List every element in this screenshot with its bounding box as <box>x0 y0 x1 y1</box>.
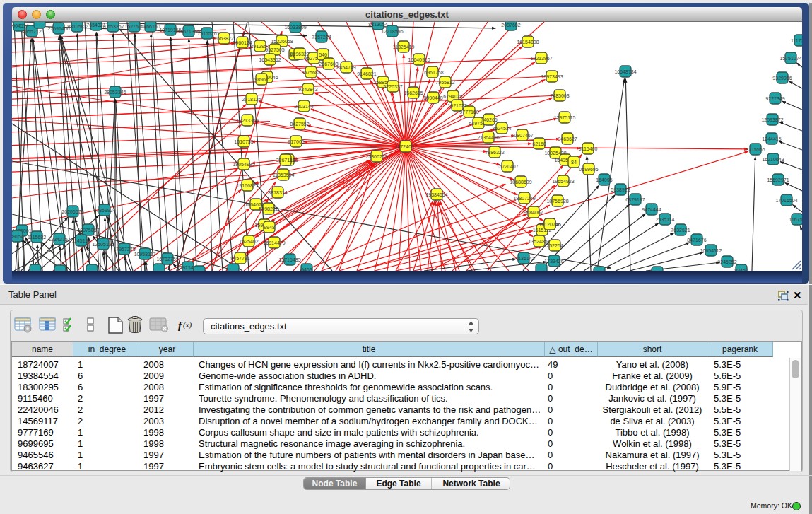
svg-text:10653267: 10653267 <box>102 24 124 29</box>
svg-text:6794028: 6794028 <box>443 94 462 99</box>
svg-text:f: f <box>178 320 183 331</box>
svg-text:19166827: 19166827 <box>236 183 258 188</box>
svg-text:252254: 252254 <box>546 243 563 248</box>
svg-text:28053346: 28053346 <box>104 90 126 95</box>
svg-text:14136141: 14136141 <box>512 256 534 261</box>
svg-text:16782759: 16782759 <box>156 257 178 262</box>
svg-text:4055712: 4055712 <box>22 29 41 34</box>
svg-text:9457791: 9457791 <box>230 256 249 261</box>
svg-text:7625402: 7625402 <box>239 239 258 244</box>
svg-text:9115460: 9115460 <box>579 146 598 151</box>
svg-text:6466160: 6466160 <box>141 24 160 29</box>
svg-text:12975115: 12975115 <box>554 115 576 120</box>
svg-text:9527505: 9527505 <box>265 47 284 52</box>
svg-text:7485003: 7485003 <box>550 93 569 98</box>
svg-text:9810583: 9810583 <box>67 24 86 29</box>
svg-text:8427552: 8427552 <box>290 122 309 127</box>
svg-text:2718126: 2718126 <box>242 97 261 102</box>
svg-text:7357224: 7357224 <box>312 35 331 40</box>
svg-text:11325419: 11325419 <box>393 45 415 49</box>
svg-text:3960124: 3960124 <box>233 40 252 45</box>
svg-text:2935114: 2935114 <box>656 217 675 222</box>
svg-text:15716485: 15716485 <box>278 257 300 262</box>
svg-text:746266: 746266 <box>481 117 497 122</box>
svg-text:7663822: 7663822 <box>214 36 233 41</box>
svg-text:15720407: 15720407 <box>496 164 518 169</box>
svg-text:1010755: 1010755 <box>234 139 253 144</box>
svg-text:1117755: 1117755 <box>791 38 802 43</box>
svg-text:5938923: 5938923 <box>611 187 630 192</box>
svg-text:8990448: 8990448 <box>423 95 442 100</box>
svg-text:16210643: 16210643 <box>762 157 784 162</box>
svg-text:10975857: 10975857 <box>77 228 99 233</box>
svg-text:16154808: 16154808 <box>517 40 539 45</box>
svg-text:10973493: 10973493 <box>541 74 563 79</box>
svg-text:0699695: 0699695 <box>579 167 598 172</box>
svg-text:39154: 39154 <box>12 234 24 239</box>
svg-text:116753: 116753 <box>789 217 802 222</box>
svg-text:10807467: 10807467 <box>511 133 533 138</box>
svg-text:19054985: 19054985 <box>233 162 254 167</box>
svg-text:(x): (x) <box>183 320 192 329</box>
svg-text:8454749: 8454749 <box>336 65 355 70</box>
svg-text:84: 84 <box>571 160 577 165</box>
svg-text:12213369: 12213369 <box>236 118 258 123</box>
svg-text:5498222: 5498222 <box>259 206 278 211</box>
svg-text:8215955: 8215955 <box>746 147 765 152</box>
svg-text:98961: 98961 <box>254 77 269 82</box>
svg-text:18724007: 18724007 <box>394 144 416 149</box>
svg-text:8813054: 8813054 <box>368 22 387 27</box>
svg-text:18807249: 18807249 <box>513 196 535 201</box>
svg-text:9146821: 9146821 <box>357 71 376 76</box>
svg-text:20206576: 20206576 <box>61 209 83 214</box>
svg-text:7986322: 7986322 <box>485 150 504 155</box>
svg-text:8471676: 8471676 <box>687 238 706 243</box>
svg-text:3267110: 3267110 <box>276 158 295 163</box>
svg-text:21364436: 21364436 <box>477 135 499 140</box>
svg-text:25300275: 25300275 <box>365 154 387 159</box>
svg-text:12218596: 12218596 <box>381 29 403 34</box>
svg-text:1733426: 1733426 <box>544 259 563 264</box>
svg-text:9948: 9948 <box>264 225 275 230</box>
svg-text:12505135: 12505135 <box>92 242 114 247</box>
svg-text:7515526: 7515526 <box>197 31 216 36</box>
svg-text:164095: 164095 <box>596 177 612 182</box>
svg-text:7632621: 7632621 <box>671 228 690 233</box>
svg-text:1115682: 1115682 <box>28 235 46 240</box>
svg-text:1562615: 1562615 <box>404 90 423 95</box>
svg-text:16671355: 16671355 <box>177 29 199 34</box>
svg-text:9242843: 9242843 <box>298 87 317 92</box>
svg-text:2867608: 2867608 <box>319 62 338 66</box>
svg-text:17359924: 17359924 <box>93 208 115 213</box>
svg-text:3675685: 3675685 <box>301 70 320 75</box>
svg-text:12213967: 12213967 <box>530 56 552 61</box>
svg-text:11353594: 11353594 <box>273 173 295 177</box>
svg-text:62160: 62160 <box>532 141 546 146</box>
svg-text:19384554: 19384554 <box>425 192 447 197</box>
svg-text:10688609: 10688609 <box>510 180 531 185</box>
svg-text:15692971: 15692971 <box>767 177 789 182</box>
svg-text:16120746: 16120746 <box>539 222 560 227</box>
svg-text:5220337: 5220337 <box>383 84 402 89</box>
svg-text:15226058: 15226058 <box>271 39 293 44</box>
svg-text:12342757: 12342757 <box>48 237 70 242</box>
svg-text:16961758: 16961758 <box>421 70 443 75</box>
svg-text:9474444: 9474444 <box>642 207 661 212</box>
svg-text:8878314: 8878314 <box>268 190 287 195</box>
svg-text:2803144: 2803144 <box>294 104 313 109</box>
svg-text:546: 546 <box>319 52 327 57</box>
svg-text:9084067: 9084067 <box>524 210 543 215</box>
svg-text:10756928: 10756928 <box>546 199 568 204</box>
svg-text:16543362: 16543362 <box>259 57 281 62</box>
svg-text:16640910: 16640910 <box>408 57 430 62</box>
svg-text:9777169: 9777169 <box>459 110 478 115</box>
svg-text:6879197: 6879197 <box>625 197 645 202</box>
svg-text:16914479: 16914479 <box>263 240 285 245</box>
svg-text:10654112: 10654112 <box>700 248 722 253</box>
svg-text:19654923: 19654923 <box>552 179 574 184</box>
svg-text:12093872: 12093872 <box>761 117 783 122</box>
svg-text:10958117: 10958117 <box>134 252 156 257</box>
svg-text:9245052: 9245052 <box>717 259 736 264</box>
svg-text:15751074: 15751074 <box>779 56 801 61</box>
svg-text:9329966: 9329966 <box>772 76 792 81</box>
